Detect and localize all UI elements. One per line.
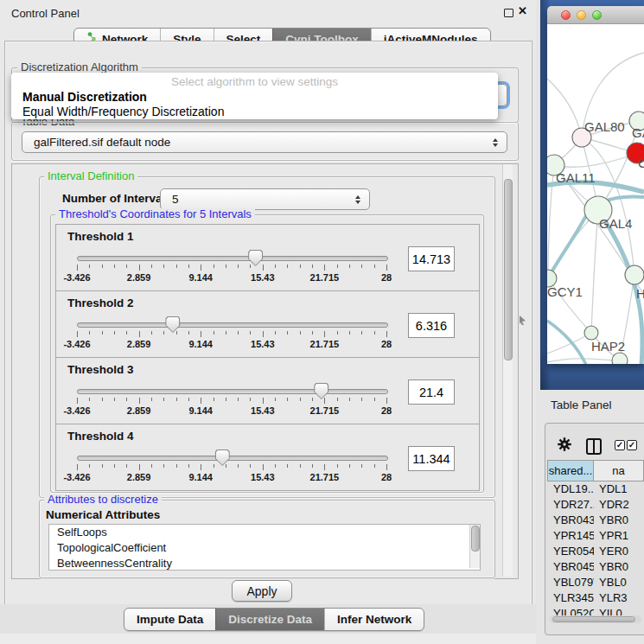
table-panel-title: Table Panel (551, 399, 612, 411)
table-row[interactable]: YDL19...YDL1 (547, 481, 644, 497)
table-cell: YBR0 (594, 559, 644, 575)
attribute-items: SelfLoopsTopologicalCoefficientBetweenne… (49, 525, 480, 571)
threshold-label: Threshold 2 (67, 296, 134, 309)
algorithm-group-title: Discretization Algorithm (17, 61, 142, 73)
tab-impute-data[interactable]: Impute Data (124, 609, 215, 630)
scrollbar-thumb[interactable] (471, 526, 480, 552)
table-cell: YDL19... (547, 481, 594, 497)
threshold-panel-2: Threshold 2-3.4262.8599.14415.4321.71528… (55, 290, 480, 358)
table-cell: YBL0 (594, 575, 644, 590)
checkbox-checked-icon[interactable]: ✓ (615, 440, 625, 450)
combo-arrows-icon (493, 138, 498, 147)
close-traffic-light-icon[interactable] (561, 10, 571, 20)
table-cell: YBL079W (547, 575, 594, 590)
threshold-label: Threshold 3 (67, 363, 134, 376)
table-header-row: shared...na (547, 460, 644, 481)
table-cell: YER0 (594, 544, 644, 559)
threshold-label: Threshold 1 (67, 230, 134, 243)
cyni-mode-tabbar: Impute DataDiscretize DataInfer Network (124, 608, 424, 631)
apply-button[interactable]: Apply (232, 580, 292, 602)
attribute-item[interactable]: SelfLoops (49, 525, 480, 540)
node-label: H (636, 286, 644, 301)
slider-ticks (77, 398, 386, 405)
mouse-cursor (520, 313, 526, 328)
algorithm-option-manual[interactable]: Manual Discretization (22, 90, 147, 104)
slider-ticks (77, 265, 386, 271)
table-cell: YBR043C (547, 513, 594, 528)
table-row[interactable]: YER054CYER0 (547, 544, 644, 559)
algorithm-option-equal-width[interactable]: Equal Width/Frequency Discretization (22, 105, 224, 118)
slider-tick-labels: -3.4262.8599.14415.4321.71528 (77, 472, 386, 483)
control-panel-title: Control Panel (11, 7, 80, 20)
close-window-icon[interactable]: ✕ (518, 4, 527, 17)
slider-ticks (77, 464, 386, 471)
zoom-traffic-light-icon[interactable] (592, 10, 602, 20)
table-row[interactable]: YBR043CYBR0 (547, 513, 644, 528)
table-cell: YLR3 (594, 590, 644, 606)
numerical-attributes-list[interactable]: SelfLoopsTopologicalCoefficientBetweenne… (48, 524, 481, 571)
slider-track[interactable] (77, 389, 388, 394)
table-row[interactable]: YPR145WYPR1 (547, 528, 644, 544)
minimize-traffic-light-icon[interactable] (577, 10, 586, 20)
table-rows: YDL19...YDL1YDR27...YDR2YBR043CYBR0YPR14… (547, 481, 644, 622)
threshold-value-field[interactable]: 11.344 (408, 446, 455, 471)
node-label: GCY1 (547, 284, 583, 299)
attributes-list-scrollbar[interactable] (469, 525, 480, 568)
scrollbar-thumb[interactable] (552, 616, 635, 622)
attribute-item[interactable]: TopologicalCoefficient (49, 540, 480, 556)
intervals-value: 5 (172, 193, 179, 206)
node-bottom[interactable] (612, 353, 628, 364)
attributes-group-title: Attributes to discretize (44, 494, 162, 505)
checkbox-checked-icon[interactable]: ✓ (627, 440, 637, 450)
tab-infer-network[interactable]: Infer Network (324, 609, 424, 630)
column-header-1[interactable]: shared... (547, 460, 594, 481)
table-horizontal-scrollbar[interactable] (550, 615, 641, 623)
apply-button-label: Apply (246, 584, 277, 598)
table-row[interactable]: YBL079WYBL0 (547, 575, 644, 590)
slider-tick-labels: -3.4262.8599.14415.4321.71528 (77, 405, 386, 417)
scrollbar-thumb[interactable] (504, 179, 513, 360)
slider-track[interactable] (77, 322, 388, 328)
slider-tick-labels: -3.4262.8599.14415.4321.71528 (77, 339, 386, 350)
control-panel-window: Control Panel ✕ NetworkStyleSelectCyni T… (0, 0, 537, 644)
tab-label: Impute Data (137, 613, 203, 626)
algorithm-popup-hint: Select algorithm to view settings (11, 75, 498, 88)
slider-track[interactable] (77, 456, 388, 461)
split-columns-icon[interactable] (586, 438, 602, 455)
gear-icon[interactable] (558, 437, 571, 455)
column-header-2[interactable]: na (594, 460, 644, 481)
network-view-window: GAL80GACGAL11GAL4GCY1HHAP2 (547, 6, 644, 364)
tab-discretize-data[interactable]: Discretize Data (215, 609, 324, 630)
spinner-arrows-icon (355, 195, 360, 204)
screenshot-root: Control Panel ✕ NetworkStyleSelectCyni T… (0, 0, 644, 644)
table-row[interactable]: YBR045CYBR0 (547, 559, 644, 575)
slider-tick-labels: -3.4262.8599.14415.4321.71528 (77, 272, 386, 284)
node-attribute-table[interactable]: shared...na YDL19...YDL1YDR27...YDR2YBR0… (547, 460, 644, 624)
settings-vertical-scrollbar[interactable] (502, 164, 513, 577)
node-label: C (638, 156, 644, 170)
table-cell: YPR145W (547, 528, 594, 544)
tab-label: Infer Network (337, 613, 411, 626)
table-cell: YDR2 (594, 497, 644, 513)
table-row[interactable]: YLR345WYLR3 (547, 590, 644, 606)
table-data-combobox[interactable]: galFiltered.sif default node (22, 131, 507, 153)
node-label: HAP2 (591, 339, 625, 354)
network-window-titlebar[interactable] (547, 6, 644, 24)
threshold-label: Threshold 4 (67, 430, 134, 443)
numerical-attributes-label: Numerical Attributes (46, 508, 160, 521)
node-label: GAL80 (584, 119, 625, 134)
threshold-value-field[interactable]: 21.4 (408, 379, 455, 405)
float-window-icon[interactable] (504, 9, 513, 17)
bottom-strip-2 (0, 634, 536, 644)
network-canvas[interactable]: GAL80GACGAL11GAL4GCY1HHAP2 (547, 24, 644, 364)
table-row[interactable]: YDR27...YDR2 (547, 497, 644, 513)
number-of-intervals-label: Number of Intervals (62, 192, 172, 205)
slider-track[interactable] (77, 256, 388, 261)
table-cell: YBR045C (547, 559, 594, 575)
node-h[interactable] (625, 265, 644, 284)
node-hap2[interactable] (584, 326, 598, 340)
threshold-value-field[interactable]: 6.316 (408, 313, 455, 338)
threshold-value-field[interactable]: 14.713 (408, 246, 455, 271)
table-cell: YDR27... (547, 497, 594, 513)
attribute-item[interactable]: BetweennessCentrality (49, 556, 480, 571)
